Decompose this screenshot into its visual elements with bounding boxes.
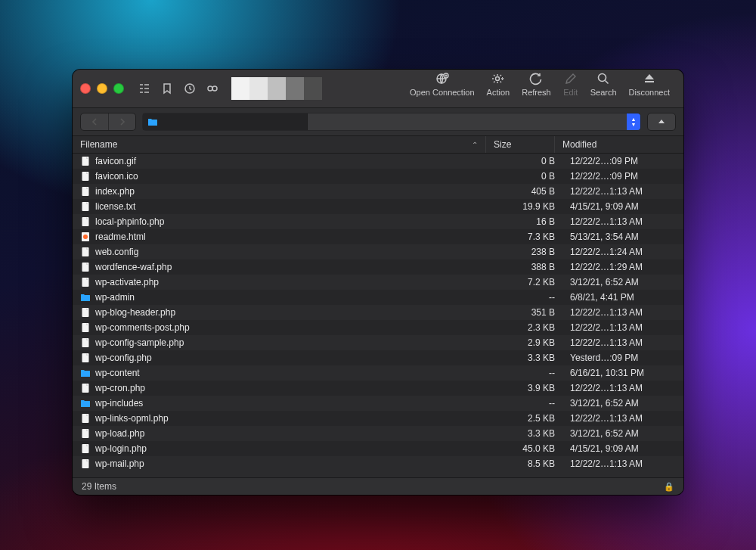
file-row[interactable]: index.php405 B12/22/2…1:13 AM: [73, 184, 683, 199]
outline-view-icon[interactable]: [138, 82, 151, 95]
path-bar: ▲ ▼: [73, 108, 683, 136]
file-size: 3.3 KB: [502, 353, 562, 363]
svg-rect-15: [82, 172, 89, 181]
file-name: readme.html: [95, 231, 146, 242]
file-row[interactable]: wp-comments-post.php2.3 KB12/22/2…1:13 A…: [73, 320, 683, 335]
svg-rect-23: [82, 278, 89, 287]
nav-segment: [80, 113, 136, 131]
go-up-button[interactable]: [647, 113, 676, 131]
file-row[interactable]: wp-cron.php3.9 KB12/22/2…1:13 AM: [73, 381, 683, 396]
file-name: wp-content: [95, 368, 140, 378]
open-connection-button[interactable]: Open Connection: [404, 72, 481, 97]
back-button[interactable]: [81, 113, 108, 130]
bookmarks-icon[interactable]: [160, 82, 174, 95]
file-row[interactable]: local-phpinfo.php16 B12/22/2…1:13 AM: [73, 214, 683, 229]
path-popup[interactable]: ▲ ▼: [142, 113, 641, 131]
svg-point-7: [208, 86, 212, 91]
file-row[interactable]: wp-content--6/16/21, 10:31 PM: [73, 365, 683, 381]
file-name: web.config: [95, 247, 138, 257]
path-stepper[interactable]: ▲ ▼: [627, 113, 640, 130]
file-size: 8.5 KB: [502, 458, 562, 469]
file-name: index.php: [95, 186, 135, 197]
zoom-button[interactable]: [113, 83, 124, 94]
file-row[interactable]: favicon.ico0 B12/22/2…:09 PM: [73, 169, 683, 184]
column-header-row: Filename ⌃ Size Modified: [73, 136, 683, 154]
file-name: license.txt: [95, 201, 135, 212]
file-icon: [80, 277, 91, 287]
view-toggle-group: [138, 82, 219, 95]
file-modified: 4/15/21, 9:09 AM: [562, 201, 683, 212]
file-size: --: [502, 292, 562, 303]
file-modified: 12/22/2…1:13 AM: [562, 307, 683, 318]
file-icon: [80, 186, 91, 197]
svg-rect-31: [82, 444, 89, 453]
file-row[interactable]: wp-links-opml.php2.5 KB12/22/2…1:13 AM: [73, 411, 683, 426]
forward-button[interactable]: [108, 113, 135, 130]
lock-icon: 🔒: [664, 482, 674, 492]
file-row[interactable]: wp-load.php3.3 KB3/12/21, 6:52 AM: [73, 426, 683, 441]
file-size: 7.3 KB: [502, 231, 562, 242]
file-modified: 3/12/21, 6:52 AM: [562, 428, 683, 439]
bonjour-icon[interactable]: [206, 82, 219, 95]
file-icon: [80, 247, 91, 257]
file-row[interactable]: readme.html7.3 KB5/13/21, 3:54 AM: [73, 229, 683, 244]
file-row[interactable]: wp-activate.php7.2 KB3/12/21, 6:52 AM: [73, 275, 683, 290]
search-button[interactable]: Search: [584, 72, 623, 97]
edit-button[interactable]: Edit: [557, 72, 584, 97]
file-row[interactable]: wp-mail.php8.5 KB12/22/2…1:13 AM: [73, 456, 683, 471]
file-icon: [80, 216, 91, 227]
file-modified: 3/12/21, 6:52 AM: [562, 277, 683, 287]
ftp-browser-window: Open Connection Action R: [73, 70, 683, 495]
svg-point-8: [212, 86, 217, 91]
history-icon[interactable]: [183, 82, 197, 95]
file-row[interactable]: license.txt19.9 KB4/15/21, 9:09 AM: [73, 199, 683, 214]
column-header-modified[interactable]: Modified: [555, 136, 683, 153]
sort-ascending-icon: ⌃: [472, 141, 478, 149]
file-row[interactable]: wp-config.php3.3 KBYesterd…:09 PM: [73, 350, 683, 365]
file-size: 388 B: [502, 262, 562, 272]
file-row[interactable]: wordfence-waf.php388 B12/22/2…1:29 AM: [73, 259, 683, 275]
minimize-button[interactable]: [97, 83, 107, 94]
swatch[interactable]: [249, 77, 268, 100]
file-icon: [80, 307, 91, 318]
close-button[interactable]: [80, 83, 91, 94]
file-modified: 12/22/2…:09 PM: [562, 171, 683, 182]
swatch[interactable]: [286, 77, 304, 100]
file-row[interactable]: wp-login.php45.0 KB4/15/21, 9:09 AM: [73, 441, 683, 456]
file-modified: 12/22/2…1:13 AM: [562, 383, 683, 393]
globe-add-icon: [435, 72, 450, 85]
column-header-filename[interactable]: Filename ⌃: [73, 136, 486, 153]
status-count: 29 Items: [82, 481, 116, 492]
swatch[interactable]: [268, 77, 286, 100]
file-row[interactable]: wp-admin--6/8/21, 4:41 PM: [73, 290, 683, 305]
swatch[interactable]: [304, 77, 322, 100]
svg-point-11: [495, 77, 499, 81]
action-button[interactable]: Action: [481, 72, 516, 97]
swatch[interactable]: [231, 77, 249, 100]
quick-connect-swatches[interactable]: [231, 77, 322, 100]
file-list[interactable]: favicon.gif0 B12/22/2…:09 PMfavicon.ico0…: [73, 154, 683, 477]
window-controls: [80, 83, 124, 94]
column-header-size-label: Size: [494, 139, 511, 150]
file-row[interactable]: favicon.gif0 B12/22/2…:09 PM: [73, 154, 683, 169]
svg-rect-14: [82, 157, 89, 166]
file-size: 2.5 KB: [502, 413, 562, 424]
file-row[interactable]: wp-blog-header.php351 B12/22/2…1:13 AM: [73, 305, 683, 320]
file-icon: [80, 443, 91, 454]
disconnect-button[interactable]: Disconnect: [623, 72, 676, 97]
file-row[interactable]: web.config238 B12/22/2…1:24 AM: [73, 244, 683, 259]
refresh-button[interactable]: Refresh: [516, 72, 557, 97]
file-name: wp-load.php: [95, 428, 144, 439]
file-icon: [80, 413, 91, 424]
file-size: --: [502, 398, 562, 409]
file-size: 7.2 KB: [502, 277, 562, 287]
file-name: local-phpinfo.php: [95, 216, 164, 227]
file-row[interactable]: wp-config-sample.php2.9 KB12/22/2…1:13 A…: [73, 335, 683, 350]
file-row[interactable]: wp-includes--3/12/21, 6:52 AM: [73, 396, 683, 411]
refresh-icon: [528, 72, 544, 85]
file-icon: [80, 353, 91, 363]
file-size: 2.9 KB: [502, 337, 562, 348]
open-connection-label: Open Connection: [410, 88, 475, 97]
column-header-size[interactable]: Size: [486, 136, 555, 153]
file-size: 3.3 KB: [502, 428, 562, 439]
